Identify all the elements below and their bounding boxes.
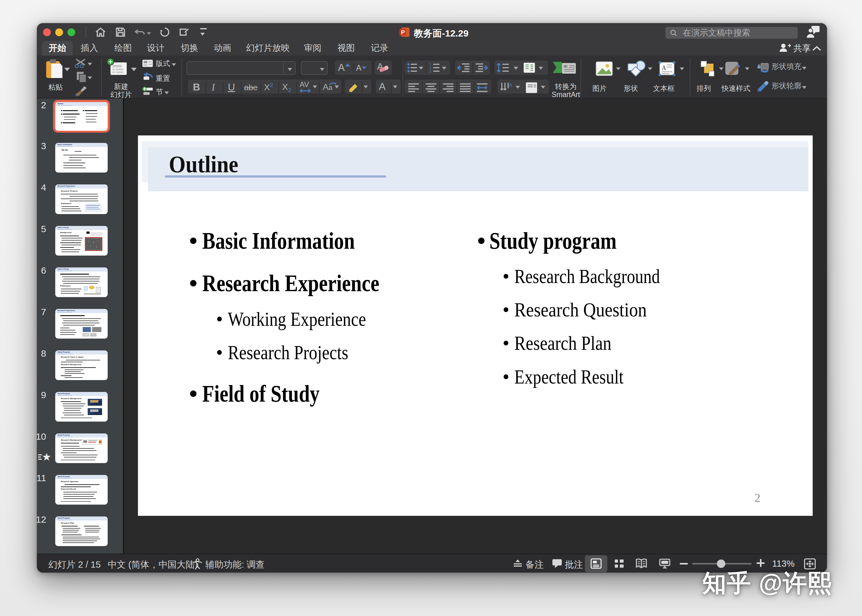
svg-text:2: 2 <box>429 66 431 70</box>
svg-text:A: A <box>662 64 666 71</box>
svg-text:3: 3 <box>429 70 431 73</box>
svg-text:A: A <box>509 83 512 88</box>
svg-text:1: 1 <box>429 63 431 66</box>
svg-text:P: P <box>401 29 405 36</box>
